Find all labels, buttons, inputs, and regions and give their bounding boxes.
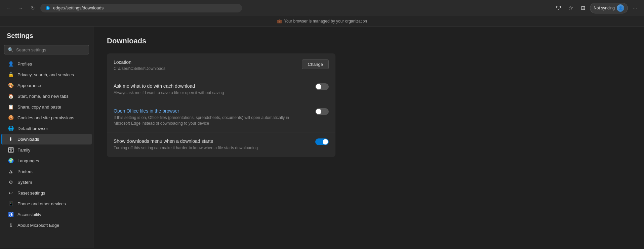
start-home-icon: 🏠 [8, 93, 13, 99]
show-downloads-desc: Turning off this setting can make it har… [114, 145, 258, 151]
profiles-icon: 👤 [8, 61, 13, 67]
sidebar-item-appearance[interactable]: 🎨 Appearance [1, 80, 92, 91]
privacy-label: Privacy, search, and services [17, 72, 74, 77]
more-button[interactable]: ··· [630, 3, 640, 13]
open-office-setting-row: Open Office files in the browser If this… [107, 102, 335, 133]
ask-download-desc: Always ask me if I want to save a file o… [114, 90, 224, 96]
main-layout: Settings 🔍 👤 Profiles 🔒 Privacy, search,… [0, 27, 644, 248]
not-syncing-label: Not syncing [594, 6, 615, 10]
cookies-label: Cookies and site permissions [17, 115, 74, 120]
show-downloads-menu-setting-row: Show downloads menu when a download star… [107, 132, 335, 157]
profiles-label: Profiles [17, 61, 32, 67]
open-office-name[interactable]: Open Office files in the browser [114, 108, 302, 114]
sidebar-item-downloads[interactable]: ⬇ Downloads [1, 134, 92, 144]
family-icon: 👨‍👩‍👧 [8, 147, 13, 153]
languages-icon: 🌍 [8, 158, 13, 163]
sidebar-item-share-copy[interactable]: 📋 Share, copy and paste [1, 101, 92, 112]
accessibility-label: Accessibility [17, 212, 41, 217]
cookies-icon: 🍪 [8, 115, 13, 120]
search-input[interactable] [16, 47, 85, 52]
sidebar-item-about[interactable]: ℹ About Microsoft Edge [1, 220, 92, 231]
show-downloads-text: Show downloads menu when a download star… [114, 138, 258, 151]
content-area: Downloads Location C:\Users\CSelles\Down… [93, 27, 644, 248]
browser-essentials-button[interactable]: 🛡 [554, 3, 564, 13]
sidebar-item-languages[interactable]: 🌍 Languages [1, 155, 92, 166]
default-browser-icon: 🌐 [8, 126, 13, 131]
downloads-icon: ⬇ [8, 136, 13, 142]
search-icon: 🔍 [8, 47, 13, 52]
avatar: 👤 [617, 4, 624, 12]
location-setting-row: Location C:\Users\CSelles\Downloads Chan… [107, 53, 335, 77]
phone-icon: 📱 [8, 201, 13, 206]
phone-label: Phone and other devices [17, 201, 66, 206]
show-downloads-toggle[interactable] [315, 138, 329, 145]
printers-icon: 🖨 [8, 169, 13, 174]
sidebar: Settings 🔍 👤 Profiles 🔒 Privacy, search,… [0, 27, 93, 248]
privacy-icon: 🔒 [8, 72, 13, 77]
ask-download-setting-row: Ask me what to do with each download Alw… [107, 77, 335, 102]
open-office-text: Open Office files in the browser If this… [114, 108, 302, 126]
languages-label: Languages [17, 158, 39, 163]
share-copy-icon: 📋 [8, 104, 13, 110]
sidebar-nav: 👤 Profiles 🔒 Privacy, search, and servic… [0, 58, 93, 231]
address-bar[interactable]: edge://settings/downloads [40, 4, 242, 12]
sidebar-item-profiles[interactable]: 👤 Profiles [1, 58, 92, 69]
toolbar-right: 🛡 ☆ ⊞ Not syncing 👤 ··· [554, 3, 640, 13]
accessibility-icon: ♿ [8, 212, 13, 217]
sidebar-item-start-home[interactable]: 🏠 Start, home, and new tabs [1, 91, 92, 101]
downloads-label: Downloads [17, 137, 39, 142]
sidebar-item-privacy[interactable]: 🔒 Privacy, search, and services [1, 69, 92, 80]
sidebar-item-system[interactable]: ⚙ System [1, 177, 92, 188]
system-label: System [17, 180, 32, 185]
reset-icon: ↩ [8, 190, 13, 196]
sidebar-item-cookies[interactable]: 🍪 Cookies and site permissions [1, 112, 92, 123]
page-title: Downloads [107, 37, 631, 45]
ask-download-slider [315, 83, 329, 90]
managed-message: Your browser is managed by your organiza… [284, 19, 367, 24]
open-office-slider [315, 108, 329, 115]
sidebar-item-phone[interactable]: 📱 Phone and other devices [1, 198, 92, 209]
share-copy-label: Share, copy and paste [17, 105, 61, 110]
default-browser-label: Default browser [17, 126, 48, 131]
sidebar-item-default-browser[interactable]: 🌐 Default browser [1, 123, 92, 134]
sidebar-item-printers[interactable]: 🖨 Printers [1, 166, 92, 177]
sidebar-title: Settings [0, 32, 93, 45]
favorites-button[interactable]: ☆ [566, 3, 576, 13]
briefcase-icon: 💼 [277, 19, 282, 24]
browser-bar: ← → ↻ edge://settings/downloads 🛡 ☆ ⊞ No… [0, 0, 644, 16]
profile-button[interactable]: Not syncing 👤 [590, 3, 628, 13]
start-home-label: Start, home, and new tabs [17, 94, 69, 99]
collections-button[interactable]: ⊞ [578, 3, 588, 13]
open-office-toggle[interactable] [315, 108, 329, 115]
refresh-button[interactable]: ↻ [28, 3, 38, 13]
managed-bar: 💼 Your browser is managed by your organi… [0, 16, 644, 27]
url-text: edge://settings/downloads [53, 5, 104, 10]
edge-logo-icon [45, 5, 50, 11]
open-office-desc: If this setting is on, Office files (pre… [114, 115, 302, 126]
reset-label: Reset settings [17, 191, 45, 196]
sidebar-item-accessibility[interactable]: ♿ Accessibility [1, 209, 92, 220]
ask-download-toggle[interactable] [315, 83, 329, 90]
sidebar-item-family[interactable]: 👨‍👩‍👧 Family [1, 144, 92, 155]
search-box[interactable]: 🔍 [4, 45, 89, 54]
change-location-button[interactable]: Change [302, 59, 329, 69]
show-downloads-slider [315, 138, 329, 145]
family-label: Family [17, 148, 30, 153]
location-path: C:\Users\CSelles\Downloads [114, 66, 165, 71]
settings-card: Location C:\Users\CSelles\Downloads Chan… [107, 53, 335, 157]
sidebar-item-reset[interactable]: ↩ Reset settings [1, 188, 92, 198]
back-button[interactable]: ← [4, 3, 13, 13]
appearance-icon: 🎨 [8, 83, 13, 88]
about-label: About Microsoft Edge [17, 223, 59, 228]
forward-button[interactable]: → [16, 3, 26, 13]
ask-download-name: Ask me what to do with each download [114, 83, 224, 89]
appearance-label: Appearance [17, 83, 41, 88]
about-icon: ℹ [8, 222, 13, 228]
ask-download-text: Ask me what to do with each download Alw… [114, 83, 224, 96]
show-downloads-name: Show downloads menu when a download star… [114, 138, 258, 144]
location-label: Location [114, 59, 165, 65]
location-info: Location C:\Users\CSelles\Downloads [114, 59, 165, 71]
system-icon: ⚙ [8, 179, 13, 185]
printers-label: Printers [17, 169, 33, 174]
